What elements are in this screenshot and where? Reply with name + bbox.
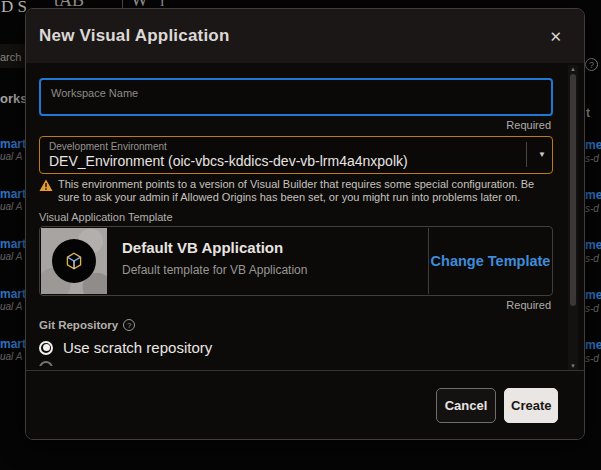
background-workspace-link[interactable]: me <box>585 188 601 202</box>
background-workspace-link[interactable]: mart <box>0 287 26 301</box>
dialog-body: Workspace Name Required Development Envi… <box>26 63 584 372</box>
background-workspace-link[interactable]: me <box>585 238 601 252</box>
background-workspace-type: ual A <box>0 151 22 162</box>
background-env-fragment: s-d <box>585 303 599 314</box>
background-workspace-link[interactable]: mart <box>0 187 26 201</box>
dialog-footer: Cancel Create <box>26 370 584 439</box>
template-description: Default template for VB Application <box>122 263 428 277</box>
template-thumbnail <box>41 228 107 294</box>
background-workspace-link[interactable]: me <box>585 338 601 352</box>
background-env-fragment: s-d <box>585 153 599 164</box>
git-repository-label-row: Git Repository ? <box>39 319 135 331</box>
git-repository-label: Git Repository <box>39 319 118 331</box>
help-icon[interactable]: ? <box>123 319 135 331</box>
background-workspace-type: ual A <box>0 301 22 312</box>
background-workspace-link[interactable]: mart <box>0 337 26 351</box>
scrollbar-thumb[interactable] <box>570 74 576 306</box>
cancel-button[interactable]: Cancel <box>436 388 496 423</box>
environment-value: DEV_Environment (oic-vbcs-kddics-dev-vb-… <box>49 153 456 169</box>
scroll-down-icon[interactable]: ▼ <box>568 363 578 369</box>
background-header-fragment: D S <box>1 0 27 17</box>
template-section-label: Visual Application Template <box>39 211 173 223</box>
warning-icon <box>39 179 53 192</box>
template-info: Default VB Application Default template … <box>108 227 428 295</box>
close-icon[interactable]: ✕ <box>543 25 568 48</box>
chevron-down-icon[interactable]: ▼ <box>532 137 552 172</box>
cube-icon <box>52 239 96 283</box>
background-column-fragment: t <box>586 106 590 120</box>
screen: D S tAB W l arch orks mart ual A mart ua… <box>0 0 601 470</box>
background-workspace-link[interactable]: mart <box>0 137 26 151</box>
dialog-scrollbar[interactable]: ▲ ▼ <box>568 65 578 370</box>
background-env-fragment: s-d <box>585 353 599 364</box>
warning-text: This environment points to a version of … <box>58 178 553 204</box>
required-hint: Required <box>506 119 551 131</box>
dialog-title: New Visual Application <box>39 26 230 46</box>
new-visual-application-dialog: New Visual Application ✕ Workspace Name … <box>25 8 585 440</box>
next-option-clipped <box>39 361 59 366</box>
create-button[interactable]: Create <box>504 388 558 423</box>
background-workspace-type: ual A <box>0 201 22 212</box>
environment-warning: This environment points to a version of … <box>39 178 553 204</box>
background-workspace-link[interactable]: mart <box>0 237 26 251</box>
background-env-fragment: s-d <box>585 253 599 264</box>
radio-selected-icon[interactable] <box>39 341 53 355</box>
radio-label: Use scratch repository <box>63 339 212 356</box>
radio-use-scratch-repository[interactable]: Use scratch repository <box>39 339 212 356</box>
background-heading-fragment: orks <box>0 91 27 106</box>
development-environment-select[interactable]: Development Environment DEV_Environment … <box>39 136 553 174</box>
background-help-icon: ? <box>585 58 598 71</box>
background-env-fragment: s-d <box>585 203 599 214</box>
workspace-name-input[interactable] <box>49 98 543 114</box>
dialog-header: New Visual Application ✕ <box>26 9 584 63</box>
background-workspace-type: ual A <box>0 351 22 362</box>
required-hint: Required <box>506 299 551 311</box>
background-search-fragment: arch <box>0 51 21 63</box>
background-workspace-link[interactable]: me <box>585 288 601 302</box>
background-workspace-type: ual A <box>0 251 22 262</box>
template-name: Default VB Application <box>122 239 428 256</box>
background-workspace-link[interactable]: me <box>585 138 601 152</box>
select-divider <box>526 142 527 167</box>
workspace-name-field[interactable]: Workspace Name <box>39 78 553 116</box>
change-template-link[interactable]: Change Template <box>429 227 552 295</box>
environment-label: Development Environment <box>49 141 167 152</box>
template-card: Default VB Application Default template … <box>39 226 553 296</box>
scroll-up-icon[interactable]: ▲ <box>568 66 578 72</box>
